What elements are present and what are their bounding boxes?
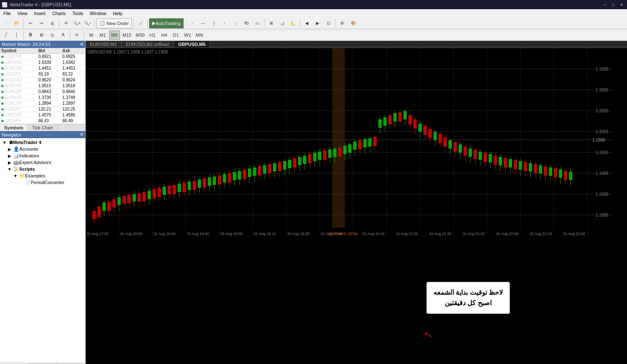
arrow-up-button[interactable]: ↑ (220, 18, 230, 28)
market-watch-row[interactable]: GBPCHF 1.4575 1.4585 (0, 112, 85, 118)
bold-button[interactable]: B (25, 30, 36, 40)
period-mn[interactable]: MN (194, 30, 205, 40)
tree-examples[interactable]: ▼ 📁 Examples (1, 172, 84, 179)
bid-cell: 0.8843 (37, 89, 61, 95)
menu-window[interactable]: Window (87, 9, 110, 18)
market-watch-row[interactable]: USDJPY 83.19 83.22 (0, 71, 85, 77)
color-button[interactable]: 🎨 (348, 18, 358, 28)
svg-rect-95 (263, 165, 266, 174)
menu-view[interactable]: View (14, 9, 31, 18)
market-watch-row[interactable]: AUDUSD 1.0515 1.0518 (0, 83, 85, 89)
fib-button[interactable]: fib (242, 18, 252, 28)
menu-charts[interactable]: Charts (49, 9, 69, 18)
svg-rect-137 (368, 138, 372, 147)
ask-cell: 1.0518 (61, 83, 85, 89)
cursor-tool[interactable]: │ (12, 30, 22, 40)
svg-rect-209 (549, 167, 552, 176)
template-button[interactable]: 📐 (288, 18, 298, 28)
redo-button[interactable]: ↪ (36, 18, 46, 28)
menu-file[interactable]: File (0, 9, 14, 18)
sep3 (94, 19, 95, 28)
tree-indicators[interactable]: ▶ 📊 Indicators (1, 152, 84, 159)
zoom-in-button[interactable]: 🔍+ (72, 18, 82, 28)
zoom-out-button[interactable]: 🔍− (83, 18, 93, 28)
ask-cell: 1.4453 (61, 66, 85, 71)
market-watch-tabs: Symbols Tick Chart (0, 124, 85, 131)
scroll-right-button[interactable]: ▶ (313, 18, 323, 28)
close-button[interactable]: ✕ (618, 1, 625, 8)
maximize-button[interactable]: □ (609, 1, 617, 8)
svg-rect-79 (223, 174, 226, 182)
tree-metatrader4[interactable]: ▼ 🖥 MetaTrader 4 (1, 139, 84, 146)
scripts-folder-icon: 📜 (13, 167, 19, 172)
tab-tick-chart[interactable]: Tick Chart (28, 124, 58, 131)
menu-insert[interactable]: Insert (31, 9, 49, 18)
vline-button[interactable]: | (209, 18, 219, 28)
period-d1[interactable]: D1 (171, 30, 181, 40)
col-bid: Bid (37, 48, 61, 54)
svg-rect-91 (253, 167, 256, 176)
new-chart-button[interactable]: 📄 (1, 18, 11, 28)
period-w1[interactable]: W1 (182, 30, 193, 40)
chart-tab-gbpusd-m5[interactable]: GBPUSD,M5 (174, 41, 210, 48)
grid-button[interactable]: ⊞ (36, 30, 46, 40)
menu-tools[interactable]: Tools (69, 9, 87, 18)
svg-text:31 Aug 21:36: 31 Aug 21:36 (429, 232, 451, 236)
market-watch-row[interactable]: EURCHF 1.2894 1.2897 (0, 101, 85, 106)
undo-button[interactable]: ↩ (25, 18, 36, 28)
menu-help[interactable]: Help (110, 9, 126, 18)
period-h1[interactable]: H1 (147, 30, 158, 40)
tab-symbols[interactable]: Symbols (0, 124, 28, 131)
new-order-button[interactable]: 📋 New Order (97, 18, 132, 28)
market-watch-row[interactable]: EURJPY 120.21 120.25 (0, 106, 85, 112)
period-m30[interactable]: M30 (134, 30, 146, 40)
minimize-button[interactable]: ─ (601, 1, 609, 8)
market-watch-close-icon[interactable]: ✕ (80, 42, 84, 47)
svg-rect-177 (469, 149, 472, 157)
period-m5[interactable]: M5 (109, 30, 120, 40)
svg-rect-193 (509, 159, 512, 167)
tree-accounts[interactable]: ▶ 👤 Accounts (1, 146, 84, 152)
print-button[interactable]: 🖨 (47, 18, 57, 28)
crosshair-button[interactable]: ✛ (61, 18, 71, 28)
tree-expert-advisors[interactable]: ▶ 🤖 Expert Advisors (1, 159, 84, 166)
tree-scripts[interactable]: ▼ 📜 Scripts (1, 166, 84, 172)
line-button[interactable]: ⟋ (187, 18, 197, 28)
period-h4[interactable]: H4 (159, 30, 170, 40)
market-watch-row[interactable]: GBPUSD 1.6339 1.6342 (0, 60, 85, 66)
expert-button[interactable]: ⚙ (337, 18, 347, 28)
col-symbol: Symbol (0, 48, 37, 54)
ask-cell: 0.8846 (61, 89, 85, 95)
market-watch-row[interactable]: USDCAD 0.9620 0.9624 (0, 77, 85, 83)
chart-tab-eurusd-m1[interactable]: EURUSD,M1 (86, 41, 122, 48)
period-m15[interactable]: M15 (121, 30, 133, 40)
navigator-close-icon[interactable]: ✕ (80, 132, 84, 137)
open-button[interactable]: 📂 (12, 18, 22, 28)
rect-button[interactable]: ▭ (252, 18, 263, 28)
svg-rect-73 (208, 177, 211, 186)
hline-button[interactable]: ― (198, 18, 208, 28)
scroll-left-button[interactable]: ◀ (302, 18, 312, 28)
chart-tab-eurusd-m2[interactable]: EURUSD,M2 (offline) (122, 41, 174, 48)
obj-button[interactable]: ◎ (47, 30, 57, 40)
arrow-down-button[interactable]: ↓ (231, 18, 241, 28)
indicator-button[interactable]: 📊 (277, 18, 287, 28)
market-watch-row[interactable]: EURUSD 1.4451 1.4453 (0, 66, 85, 71)
line-tool[interactable]: ╱ (1, 30, 11, 40)
snap-button[interactable]: ⊡ (324, 18, 334, 28)
zoom-fit-button[interactable]: ⊞ (266, 18, 276, 28)
history-button[interactable]: 📈 (135, 18, 145, 28)
market-watch-row[interactable]: USDCHF 0.8921 0.8925 (0, 54, 85, 60)
text-tool[interactable]: A (58, 30, 68, 40)
autotrading-button[interactable]: ▶ AutoTrading (149, 18, 184, 28)
period-m[interactable]: M (86, 30, 97, 40)
tree-file-icon (18, 179, 24, 185)
period-m1[interactable]: M1 (97, 30, 108, 40)
tree-label-scripts: Scripts (19, 167, 35, 172)
market-watch-row[interactable]: EURAUD 1.3736 1.3748 (0, 95, 85, 101)
market-watch-row[interactable]: EURGBP 0.8843 0.8846 (0, 89, 85, 95)
tree-period-converter[interactable]: 📄 PeriodConverter (1, 179, 84, 186)
ea-tool[interactable]: ⟳ (72, 30, 82, 40)
bid-cell: 1.2894 (37, 101, 61, 106)
market-watch-row[interactable]: CADJPY 86.43 86.49 (0, 118, 85, 124)
